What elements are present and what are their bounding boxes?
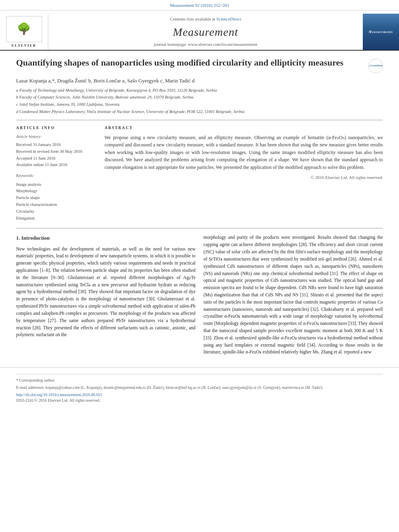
keywords-list: Image analysis Morphology Particle shape… [16, 181, 97, 222]
body-col2-para1: morphology and purity of the products we… [204, 234, 383, 356]
copyright-line: © 2016 Elsevier Ltd. All rights reserved… [105, 175, 383, 181]
elsevier-logo: 🌳 ELSEVIER [0, 14, 48, 50]
abstract-column: ABSTRACT We propose using a new circular… [105, 125, 383, 222]
affiliation-b: b Faculty of Computer Sciences, John Nai… [16, 94, 383, 101]
email-addresses: E-mail addresses: kopanja@yahoo.com (L. … [16, 385, 383, 390]
science-direct-line: Contents lists available at ScienceDirec… [170, 16, 241, 22]
body-column-1: 1. Introduction New technologies and the… [16, 234, 195, 359]
journal-homepage: journal homepage: www.elsevier.com/locat… [154, 41, 257, 47]
crossmark-badge: CrossMark [368, 59, 383, 73]
affiliation-d: d Condensed Matter Physics Laboratory, V… [16, 109, 383, 115]
article-history-label: Article history: [16, 134, 97, 140]
affiliation-a: a Faculty of Technology and Metallurgy, … [16, 87, 383, 94]
article-title: Quantifying shapes of nanoparticles usin… [16, 57, 364, 69]
body-column-2: morphology and purity of the products we… [204, 234, 383, 359]
article-info-row: ARTICLE INFO Article history: Received 3… [16, 120, 383, 222]
article-container: Quantifying shapes of nanoparticles usin… [0, 51, 399, 367]
crossmark-badge-container: CrossMark [368, 59, 383, 73]
sidebar-image-label: Measurements [369, 30, 393, 34]
doi-link[interactable]: http://dx.doi.org/10.1016/j.measurement.… [16, 392, 383, 398]
abstract-heading: ABSTRACT [105, 125, 383, 131]
abstract-text: We propose using a new circularity measu… [105, 134, 383, 171]
body-two-column: 1. Introduction New technologies and the… [16, 234, 383, 359]
section-1-title: 1. Introduction [16, 234, 195, 242]
received-date: Received 31 January 2016 [16, 142, 97, 148]
body-separator [16, 228, 383, 228]
journal-center: Contents lists available at ScienceDirec… [48, 14, 363, 50]
journal-header: 🌳 ELSEVIER Contents lists available at S… [0, 10, 399, 51]
article-info-heading: ARTICLE INFO [16, 125, 97, 131]
science-direct-link[interactable]: ScienceDirect [216, 16, 241, 21]
corresponding-author-note: * Corresponding author. [16, 378, 383, 383]
journal-citation: Measurement 92 (2016) 252–263 [170, 3, 229, 8]
footer-divider [16, 374, 383, 374]
footer-issn: 0263-2241/© 2016 Elsevier Ltd. All right… [16, 398, 383, 403]
received-revised-date: Received in revised form 30 May 2016 [16, 149, 97, 155]
elsevier-wordmark: ELSEVIER [12, 43, 37, 48]
journal-title: Measurement [173, 24, 238, 40]
article-info-column: ARTICLE INFO Article history: Received 3… [16, 125, 97, 222]
keywords-label: Keywords: [16, 173, 97, 179]
email-label: E-mail addresses: [16, 385, 45, 390]
available-date: Available online 11 June 2016 [16, 162, 97, 168]
keywords-section: Keywords: Image analysis Morphology Part… [16, 173, 97, 222]
affiliations: a Faculty of Technology and Metallurgy, … [16, 87, 383, 115]
elsevier-tree-icon: 🌳 [17, 23, 31, 35]
body-col1-para1: New technologies and the development of … [16, 246, 195, 339]
article-footer: * Corresponding author. E-mail addresses… [0, 367, 399, 406]
journal-sidebar-image: Measurements [363, 14, 399, 50]
crossmark-label: CrossMark [371, 64, 383, 67]
email-list: kopanja@yahoo.com (L. Kopanja), dzunic@m… [45, 385, 323, 390]
accepted-date: Accepted 11 June 2016 [16, 156, 97, 162]
affiliation-c: c Jožef Stefan Institute, Jamova 39, 100… [16, 101, 383, 108]
journal-top-bar: Measurement 92 (2016) 252–263 [0, 0, 399, 10]
authors-line: Lazar Kopanja a,*, Dragiša Žunić b, Bori… [16, 77, 383, 84]
elsevier-logo-box: 🌳 [6, 16, 42, 42]
